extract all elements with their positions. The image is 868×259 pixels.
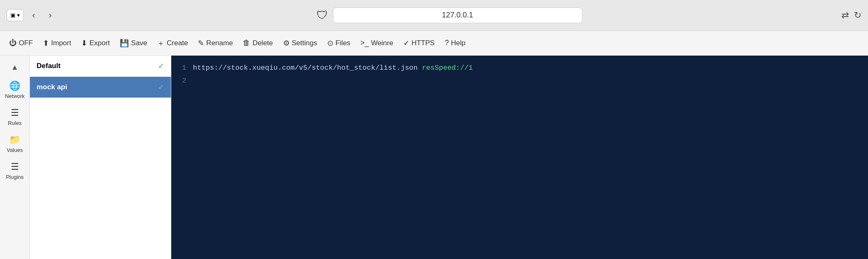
- title-bar-right: ⇄ ↻: [841, 10, 861, 21]
- toolbar: ⏻ OFF ⬆ Import ⬇ Export 💾 Save ＋ Create …: [0, 31, 868, 56]
- back-button[interactable]: ‹: [27, 9, 40, 22]
- plugins-icon: ☰: [11, 161, 19, 172]
- translate-icon[interactable]: ⇄: [841, 10, 849, 21]
- save-button[interactable]: 💾 Save: [116, 36, 151, 50]
- delete-label: Delete: [252, 39, 273, 47]
- rename-button[interactable]: ✎ Rename: [194, 36, 237, 50]
- settings-button[interactable]: ⚙ Settings: [279, 36, 321, 50]
- export-label: Export: [89, 39, 110, 47]
- forward-button[interactable]: ›: [44, 9, 57, 22]
- profile-default-check: ✓: [158, 61, 164, 71]
- help-label: Help: [451, 39, 466, 47]
- rules-label: Rules: [8, 120, 22, 126]
- profile-mock-api[interactable]: mock api ✓: [30, 77, 171, 98]
- weinre-button[interactable]: >_ Weinre: [356, 36, 397, 50]
- title-bar: ▣ ▾ ‹ › 🛡 127.0.0.1 ⇄ ↻: [0, 0, 868, 31]
- values-icon: 📁: [9, 134, 20, 145]
- https-label: HTTPS: [412, 39, 435, 47]
- values-label: Values: [7, 147, 23, 153]
- create-icon: ＋: [157, 38, 165, 48]
- reload-icon[interactable]: ↻: [854, 10, 861, 21]
- sidebar-item-rules[interactable]: ☰ Rules: [0, 103, 30, 130]
- weinre-icon: >_: [360, 39, 369, 47]
- import-button[interactable]: ⬆ Import: [39, 36, 75, 50]
- profile-mock-api-name: mock api: [37, 83, 67, 91]
- delete-button[interactable]: 🗑 Delete: [239, 36, 277, 50]
- editor-line-2: 2: [178, 75, 861, 86]
- files-button[interactable]: ⊙ Files: [323, 36, 355, 50]
- line-green-text-1: resSpeed://1: [422, 64, 473, 72]
- save-icon: 💾: [120, 39, 129, 48]
- files-label: Files: [335, 39, 350, 47]
- create-button[interactable]: ＋ Create: [153, 36, 192, 51]
- title-bar-center: 🛡 127.0.0.1: [62, 7, 836, 23]
- line-text-1: https://stock.xueqiu.com/v5/stock/hot_st…: [193, 64, 422, 72]
- import-label: Import: [51, 39, 71, 47]
- sidebar-item-values[interactable]: 📁 Values: [0, 130, 30, 156]
- delete-icon: 🗑: [243, 39, 250, 47]
- sidebar-toggle-chevron: ▾: [17, 12, 20, 18]
- export-button[interactable]: ⬇ Export: [77, 36, 114, 50]
- sidebar-item-plugins[interactable]: ☰ Plugins: [0, 156, 30, 183]
- sidebar-toggle-icon: ▣: [10, 12, 15, 18]
- settings-label: Settings: [292, 39, 317, 47]
- rules-icon: ☰: [11, 108, 19, 118]
- sidebar-item-network[interactable]: 🌐 Network: [0, 76, 30, 103]
- off-icon: ⏻: [9, 39, 17, 47]
- line-number-2: 2: [178, 75, 186, 86]
- editor-line-1: 1 https://stock.xueqiu.com/v5/stock/hot_…: [178, 62, 861, 73]
- off-button[interactable]: ⏻ OFF: [5, 36, 37, 50]
- profile-mock-api-check: ✓: [158, 83, 164, 92]
- rename-label: Rename: [206, 39, 233, 47]
- save-label: Save: [131, 39, 147, 47]
- url-bar[interactable]: 127.0.0.1: [333, 7, 582, 23]
- line-number-1: 1: [178, 62, 186, 73]
- https-icon: ✓: [403, 39, 409, 48]
- settings-icon: ⚙: [283, 39, 290, 48]
- export-icon: ⬇: [81, 39, 87, 48]
- rename-icon: ✎: [198, 39, 204, 48]
- plugins-label: Plugins: [6, 174, 24, 180]
- profile-default-name: Default: [37, 62, 61, 70]
- sidebar-toggle-button[interactable]: ▣ ▾: [7, 9, 24, 21]
- shield-icon: 🛡: [316, 8, 328, 22]
- help-button[interactable]: ? Help: [441, 36, 470, 50]
- network-icon: 🌐: [9, 81, 20, 91]
- https-button[interactable]: ✓ HTTPS: [399, 36, 439, 50]
- files-icon: ⊙: [327, 39, 333, 48]
- weinre-label: Weinre: [371, 39, 393, 47]
- title-bar-left: ▣ ▾ ‹ ›: [7, 9, 57, 22]
- create-label: Create: [167, 39, 188, 47]
- profile-panel: Default ✓ mock api ✓: [30, 56, 171, 259]
- editor-panel[interactable]: 1 https://stock.xueqiu.com/v5/stock/hot_…: [171, 56, 868, 259]
- line-content-1: https://stock.xueqiu.com/v5/stock/hot_st…: [193, 62, 473, 73]
- profile-default[interactable]: Default ✓: [30, 56, 171, 77]
- network-label: Network: [5, 93, 25, 99]
- import-icon: ⬆: [43, 39, 49, 48]
- url-text: 127.0.0.1: [442, 11, 473, 20]
- help-icon: ?: [445, 39, 449, 47]
- icon-sidebar: ▲ 🌐 Network ☰ Rules 📁 Values ☰ Plugins: [0, 56, 30, 259]
- collapse-button[interactable]: ▲: [0, 59, 30, 76]
- main-content: ▲ 🌐 Network ☰ Rules 📁 Values ☰ Plugins D…: [0, 56, 868, 259]
- off-label: OFF: [19, 39, 33, 47]
